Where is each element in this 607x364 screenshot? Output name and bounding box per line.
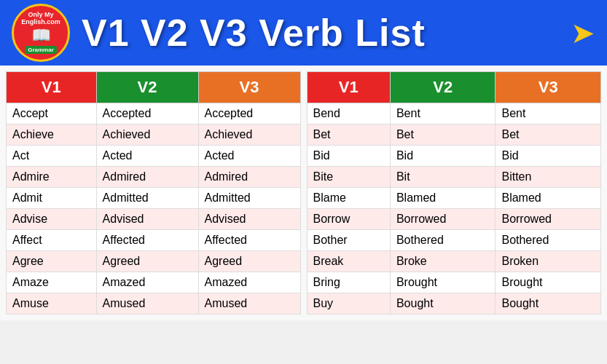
table-cell: Agreed <box>198 251 300 272</box>
table-cell: Admired <box>198 167 300 188</box>
logo-top-text: Only My English.com <box>14 12 68 26</box>
table-cell: Borrow <box>307 209 390 230</box>
table-row: AdmireAdmiredAdmired <box>7 167 301 188</box>
table-row: BlameBlamedBlamed <box>307 188 601 209</box>
table-cell: Bid <box>390 146 496 167</box>
table-cell: Accepted <box>198 103 300 124</box>
table-cell: Bend <box>307 103 390 124</box>
table-cell: Advised <box>198 209 300 230</box>
table-cell: Amazed <box>96 272 198 293</box>
table-cell: Broke <box>390 251 496 272</box>
table-cell: Brought <box>390 272 496 293</box>
table-cell: Bite <box>307 167 390 188</box>
table-row: AffectAffectedAffected <box>7 230 301 251</box>
table-cell: Bring <box>307 272 390 293</box>
table-cell: Broken <box>496 251 601 272</box>
table-cell: Agreed <box>96 251 198 272</box>
table-cell: Brought <box>496 272 601 293</box>
table-cell: Amused <box>198 293 300 314</box>
table2-header-v2: V2 <box>390 72 496 103</box>
table-cell: Achieve <box>7 124 97 146</box>
table-row: BidBidBid <box>307 146 601 167</box>
table-cell: Bent <box>496 103 601 124</box>
table-cell: Accept <box>7 103 97 124</box>
table-cell: Accepted <box>96 103 198 124</box>
table-row: BuyBoughtBought <box>307 293 601 314</box>
table-row: AdmitAdmittedAdmitted <box>7 188 301 209</box>
logo-book-icon: 📖 <box>31 26 51 45</box>
table-row: BetBetBet <box>307 124 601 146</box>
table-row: AchieveAchievedAchieved <box>7 124 301 146</box>
table-row: ActActedActed <box>7 146 301 167</box>
table-cell: Amazed <box>198 272 300 293</box>
table-cell: Bothered <box>390 230 496 251</box>
table-cell: Acted <box>96 146 198 167</box>
table-row: BreakBrokeBroken <box>307 251 601 272</box>
table-cell: Bid <box>307 146 390 167</box>
table-cell: Admitted <box>96 188 198 209</box>
table-cell: Bid <box>496 146 601 167</box>
table-cell: Bet <box>390 124 496 146</box>
table-cell: Borrowed <box>496 209 601 230</box>
verb-table-2: V1 V2 V3 BendBentBentBetBetBetBidBidBidB… <box>307 71 602 314</box>
table-row: BorrowBorrowedBorrowed <box>307 209 601 230</box>
tables-container: V1 V2 V3 AcceptAcceptedAcceptedAchieveAc… <box>0 66 607 320</box>
table-cell: Blamed <box>496 188 601 209</box>
table-cell: Bet <box>307 124 390 146</box>
table1-header-v1: V1 <box>7 72 97 103</box>
table-cell: Bent <box>390 103 496 124</box>
table-cell: Admire <box>7 167 97 188</box>
table-cell: Bothered <box>496 230 601 251</box>
table-cell: Agree <box>7 251 97 272</box>
table-cell: Amuse <box>7 293 97 314</box>
table-cell: Amaze <box>7 272 97 293</box>
table-cell: Bought <box>390 293 496 314</box>
table-cell: Achieved <box>198 124 300 146</box>
table-row: AmuseAmusedAmused <box>7 293 301 314</box>
arrow-icon: ➤ <box>571 16 595 50</box>
table2-header-v1: V1 <box>307 72 390 103</box>
table-cell: Advised <box>96 209 198 230</box>
verb-table-1: V1 V2 V3 AcceptAcceptedAcceptedAchieveAc… <box>6 71 301 314</box>
table-cell: Advise <box>7 209 97 230</box>
table-cell: Affected <box>198 230 300 251</box>
table-cell: Bitten <box>496 167 601 188</box>
table-cell: Amused <box>96 293 198 314</box>
table-row: AgreeAgreedAgreed <box>7 251 301 272</box>
table1-header-v3: V3 <box>198 72 300 103</box>
header: Only My English.com 📖 Grammar V1 V2 V3 V… <box>0 0 607 66</box>
table-cell: Acted <box>198 146 300 167</box>
table-row: BendBentBent <box>307 103 601 124</box>
table-cell: Admitted <box>198 188 300 209</box>
table-row: BotherBotheredBothered <box>307 230 601 251</box>
table2-header-v3: V3 <box>496 72 601 103</box>
table-row: BringBroughtBrought <box>307 272 601 293</box>
table-cell: Bet <box>496 124 601 146</box>
table-cell: Blame <box>307 188 390 209</box>
logo-bottom-text: Grammar <box>25 46 57 54</box>
table1-header-v2: V2 <box>96 72 198 103</box>
table-cell: Blamed <box>390 188 496 209</box>
logo: Only My English.com 📖 Grammar <box>12 4 70 62</box>
table-row: AdviseAdvisedAdvised <box>7 209 301 230</box>
table-row: BiteBitBitten <box>307 167 601 188</box>
table-cell: Break <box>307 251 390 272</box>
table-cell: Achieved <box>96 124 198 146</box>
table-cell: Admired <box>96 167 198 188</box>
table-row: AcceptAcceptedAccepted <box>7 103 301 124</box>
table-cell: Bother <box>307 230 390 251</box>
table-cell: Affect <box>7 230 97 251</box>
table-cell: Admit <box>7 188 97 209</box>
table-cell: Bit <box>390 167 496 188</box>
table-cell: Buy <box>307 293 390 314</box>
table-cell: Act <box>7 146 97 167</box>
page-title: V1 V2 V3 Verb List <box>82 11 426 55</box>
table-cell: Affected <box>96 230 198 251</box>
table-cell: Bought <box>496 293 601 314</box>
table-row: AmazeAmazedAmazed <box>7 272 301 293</box>
table-cell: Borrowed <box>390 209 496 230</box>
